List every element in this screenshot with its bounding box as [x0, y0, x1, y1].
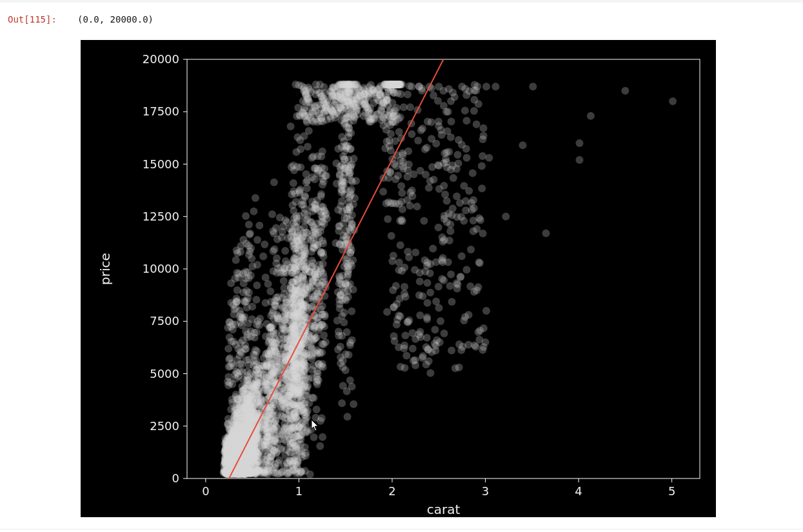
svg-point-875: [281, 247, 289, 255]
x-tick-label: 2: [388, 484, 395, 498]
svg-point-3864: [388, 257, 396, 265]
svg-point-3437: [350, 113, 358, 121]
svg-point-2244: [320, 331, 328, 339]
svg-point-2324: [224, 345, 232, 353]
svg-point-2982: [344, 293, 352, 300]
svg-point-3924: [416, 278, 424, 286]
svg-point-3831: [474, 283, 482, 291]
svg-point-2801: [310, 295, 317, 303]
svg-point-3802: [465, 187, 473, 195]
svg-point-3757: [435, 283, 442, 291]
svg-point-3965: [491, 83, 499, 90]
svg-point-1119: [287, 123, 295, 130]
svg-point-2473: [339, 382, 347, 389]
svg-point-3962: [529, 83, 537, 90]
svg-point-3915: [479, 346, 486, 354]
svg-point-2793: [319, 260, 327, 268]
svg-point-3835: [447, 133, 455, 141]
svg-point-3817: [453, 193, 461, 201]
svg-point-2717: [288, 163, 295, 171]
svg-point-3796: [441, 191, 449, 199]
y-tick-label: 15000: [143, 157, 179, 171]
svg-point-3952: [397, 363, 404, 371]
x-tick-label: 4: [575, 484, 582, 498]
svg-point-1083: [270, 248, 277, 255]
svg-point-3838: [443, 197, 451, 205]
svg-point-2974: [279, 413, 286, 420]
svg-point-2817: [335, 279, 343, 287]
svg-point-3879: [466, 282, 474, 290]
svg-point-3865: [461, 313, 469, 321]
svg-point-3131: [239, 368, 246, 376]
svg-point-3176: [334, 346, 342, 353]
svg-point-3812: [458, 252, 466, 260]
svg-point-3960: [576, 139, 584, 147]
svg-point-3464: [350, 84, 358, 92]
cell-divider: [0, 529, 803, 529]
svg-point-3764: [426, 289, 434, 297]
svg-point-3833: [424, 279, 431, 287]
svg-point-615: [246, 230, 253, 238]
svg-point-3153: [299, 340, 307, 348]
svg-point-3849: [424, 299, 431, 307]
svg-point-3187: [241, 468, 248, 475]
svg-point-3006: [345, 124, 353, 132]
svg-point-2716: [346, 206, 353, 213]
svg-point-2302: [265, 339, 273, 347]
svg-point-3210: [277, 405, 285, 413]
x-tick-label: 3: [482, 484, 489, 498]
svg-point-3122: [346, 192, 354, 200]
svg-point-760: [316, 442, 324, 450]
svg-point-1295: [346, 377, 354, 384]
svg-point-3753: [470, 204, 478, 212]
svg-point-3881: [479, 135, 487, 143]
y-tick-label: 20000: [143, 52, 179, 66]
svg-point-2538: [317, 190, 325, 198]
svg-point-3887: [447, 166, 455, 173]
svg-point-3138: [261, 441, 268, 449]
svg-point-1861: [228, 380, 236, 388]
svg-point-3950: [448, 118, 455, 126]
svg-point-2422: [253, 261, 261, 269]
svg-point-3689: [222, 445, 230, 453]
svg-point-2446: [248, 255, 255, 262]
svg-point-3166: [302, 354, 310, 362]
svg-point-2827: [242, 275, 250, 282]
svg-point-2384: [237, 242, 244, 250]
svg-point-3447: [332, 95, 339, 103]
svg-point-3410: [374, 110, 382, 118]
svg-point-3209: [274, 313, 282, 320]
svg-point-3063: [257, 370, 264, 378]
svg-point-3419: [343, 113, 351, 121]
svg-point-970: [293, 148, 301, 156]
svg-point-3857: [448, 346, 455, 354]
x-tick-label: 0: [202, 484, 209, 498]
svg-point-3145: [286, 340, 294, 348]
svg-point-3727: [390, 199, 397, 207]
svg-point-900: [280, 277, 288, 285]
svg-point-3911: [441, 330, 448, 337]
svg-point-2550: [231, 275, 239, 282]
svg-point-3201: [302, 170, 310, 178]
svg-point-3186: [334, 145, 342, 153]
svg-point-3475: [335, 104, 342, 112]
svg-point-3896: [470, 86, 478, 94]
svg-point-2266: [318, 311, 326, 319]
svg-point-3175: [254, 468, 262, 475]
svg-point-3868: [438, 275, 446, 283]
svg-point-3064: [266, 431, 273, 438]
svg-point-3031: [301, 443, 309, 451]
svg-point-2692: [290, 179, 297, 187]
svg-point-3866: [404, 91, 411, 99]
svg-point-3212: [291, 330, 299, 338]
svg-point-3939: [449, 88, 457, 96]
svg-point-3046: [248, 383, 255, 391]
svg-point-3199: [346, 172, 353, 179]
svg-point-1898: [317, 152, 325, 160]
svg-point-2251: [320, 177, 328, 185]
svg-point-3076: [286, 225, 293, 233]
svg-point-2847: [310, 362, 318, 369]
svg-point-3407: [301, 104, 308, 112]
svg-point-3945: [404, 148, 412, 155]
svg-point-2468: [270, 179, 278, 186]
